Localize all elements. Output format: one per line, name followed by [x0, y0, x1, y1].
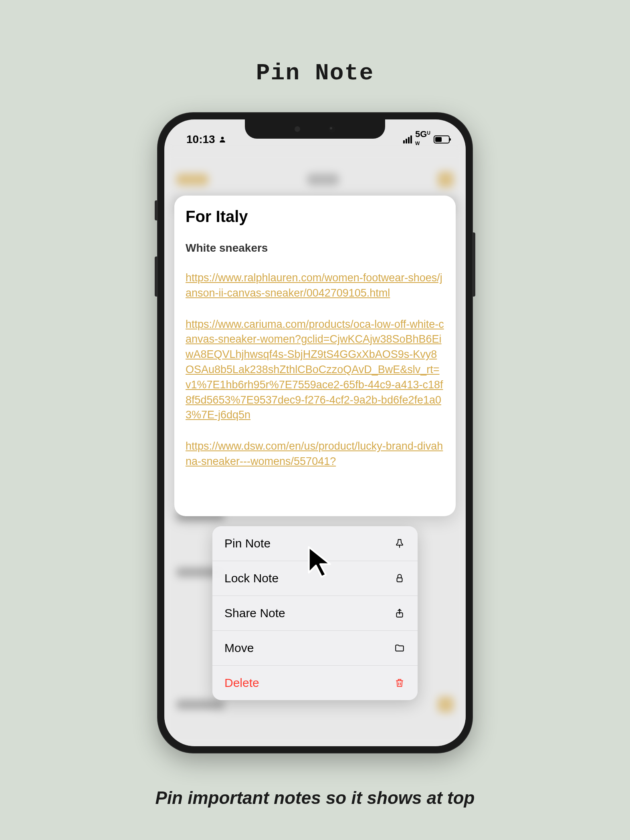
menu-item-lock-note[interactable]: Lock Note — [212, 561, 418, 596]
battery-icon — [434, 135, 450, 143]
trash-icon — [394, 677, 406, 689]
page-caption: Pin important notes so it shows at top — [0, 788, 630, 808]
context-menu: Pin Note Lock Note — [212, 526, 418, 700]
phone-mockup: 10:13 5GUW — [157, 112, 473, 753]
cellular-signal-icon — [403, 135, 412, 143]
volume-button — [155, 256, 157, 297]
share-icon — [394, 607, 406, 619]
page-title: Pin Note — [256, 60, 374, 86]
note-link[interactable]: https://www.ralphlauren.com/women-footwe… — [186, 271, 444, 301]
phone-notch — [245, 119, 385, 139]
menu-item-move[interactable]: Move — [212, 631, 418, 666]
profile-icon — [218, 135, 226, 143]
menu-item-label: Share Note — [224, 606, 285, 620]
note-link[interactable]: https://www.dsw.com/en/us/product/lucky-… — [186, 439, 444, 469]
svg-rect-2 — [397, 578, 402, 582]
note-title: For Italy — [186, 208, 444, 226]
note-link[interactable]: https://www.cariuma.com/products/oca-low… — [186, 317, 444, 423]
menu-item-label: Pin Note — [224, 537, 271, 550]
menu-item-delete[interactable]: Delete — [212, 666, 418, 700]
power-button — [473, 232, 475, 297]
mute-switch — [155, 200, 157, 220]
note-subtitle: White sneakers — [186, 242, 444, 254]
network-label: 5GUW — [415, 129, 430, 150]
status-time: 10:13 — [186, 133, 215, 146]
menu-item-share-note[interactable]: Share Note — [212, 596, 418, 631]
folder-icon — [394, 642, 406, 654]
lock-icon — [394, 572, 406, 584]
menu-item-label: Move — [224, 641, 254, 655]
menu-item-label: Lock Note — [224, 571, 279, 585]
menu-item-pin-note[interactable]: Pin Note — [212, 526, 418, 561]
menu-item-label: Delete — [224, 676, 259, 690]
pin-icon — [394, 537, 406, 549]
note-preview-card[interactable]: For Italy White sneakers https://www.ral… — [174, 196, 456, 516]
svg-point-0 — [221, 137, 224, 139]
